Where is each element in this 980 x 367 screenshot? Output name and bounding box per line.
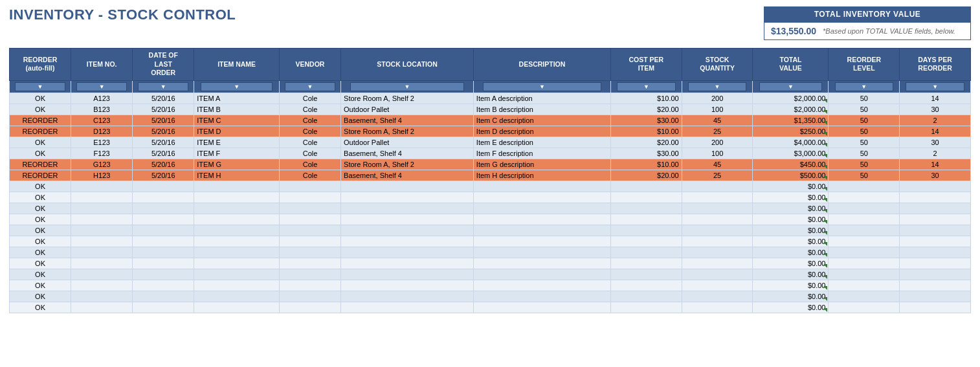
table-cell: Cole (279, 159, 340, 170)
table-cell-empty (829, 247, 900, 258)
table-cell-empty (682, 192, 753, 203)
table-cell-empty (279, 236, 340, 247)
filter-totalval[interactable]: ▼ (753, 80, 829, 93)
table-cell-empty (133, 225, 194, 236)
table-cell-empty (341, 247, 474, 258)
table-cell: REORDER (10, 159, 71, 170)
table-cell-empty (900, 225, 971, 236)
table-cell-empty (279, 203, 340, 214)
filter-cost[interactable]: ▼ (611, 80, 682, 93)
filter-description[interactable]: ▼ (473, 80, 610, 93)
table-cell: Store Room A, Shelf 2 (341, 93, 474, 104)
table-cell-empty: OK (10, 247, 71, 258)
table-cell-empty: OK (10, 192, 71, 203)
table-cell-empty: OK (10, 291, 71, 302)
filter-btn-date[interactable]: ▼ (138, 82, 188, 91)
table-cell-empty (71, 258, 133, 269)
filter-btn-description[interactable]: ▼ (483, 82, 601, 91)
table-cell: $30.00 (611, 148, 682, 159)
green-triangle-icon (823, 308, 827, 312)
table-cell-empty (611, 181, 682, 192)
table-cell-empty (473, 181, 610, 192)
table-cell-empty (279, 302, 340, 313)
table-cell-empty (71, 181, 133, 192)
green-triangle-icon (823, 275, 827, 279)
filter-reorder[interactable]: ▼ (10, 80, 71, 93)
table-cell-empty (71, 192, 133, 203)
table-cell-empty (473, 192, 610, 203)
table-cell-empty (133, 302, 194, 313)
green-triangle-icon (823, 220, 827, 224)
table-cell: 14 (900, 159, 971, 170)
table-cell-empty: $0.00 (753, 302, 829, 313)
table-cell-empty (279, 269, 340, 280)
filter-btn-reorder[interactable]: ▼ (15, 82, 65, 91)
table-cell-empty (900, 236, 971, 247)
filter-qty[interactable]: ▼ (682, 80, 753, 93)
table-cell: $20.00 (611, 137, 682, 148)
col-header-reorder: REORDER(auto-fill) (10, 49, 71, 81)
table-cell: $10.00 (611, 159, 682, 170)
page-container: INVENTORY - STOCK CONTROL TOTAL INVENTOR… (0, 0, 980, 320)
filter-btn-itemname[interactable]: ▼ (201, 82, 272, 91)
filter-itemno[interactable]: ▼ (71, 80, 133, 93)
filter-btn-qty[interactable]: ▼ (688, 82, 747, 91)
table-cell-empty (194, 291, 280, 302)
table-cell: 50 (829, 137, 900, 148)
table-cell: Outdoor Pallet (341, 104, 474, 115)
table-cell: $1,350.00 (753, 115, 829, 126)
filter-btn-location[interactable]: ▼ (350, 82, 464, 91)
table-cell-empty (279, 181, 340, 192)
filter-btn-reorderlvl[interactable]: ▼ (835, 82, 894, 91)
table-cell-empty (194, 302, 280, 313)
table-cell-empty (900, 247, 971, 258)
table-cell: $450.00 (753, 159, 829, 170)
filter-btn-totalval[interactable]: ▼ (759, 82, 822, 91)
table-cell: G123 (71, 159, 133, 170)
table-cell-empty: OK (10, 269, 71, 280)
table-cell-empty (900, 302, 971, 313)
table-cell-empty (194, 225, 280, 236)
table-cell: $10.00 (611, 126, 682, 137)
table-cell-empty: $0.00 (753, 203, 829, 214)
green-triangle-icon (823, 242, 827, 246)
table-cell: 50 (829, 93, 900, 104)
filter-daysper[interactable]: ▼ (900, 80, 971, 93)
table-row-empty: OK $0.00 (10, 302, 971, 313)
filter-reorderlvl[interactable]: ▼ (829, 80, 900, 93)
green-triangle-icon (823, 110, 827, 114)
table-cell-empty (71, 225, 133, 236)
table-cell: 2 (900, 115, 971, 126)
table-cell: 14 (900, 93, 971, 104)
filter-btn-itemno[interactable]: ▼ (76, 82, 126, 91)
table-cell: OK (10, 137, 71, 148)
filter-date[interactable]: ▼ (133, 80, 194, 93)
table-cell-empty: $0.00 (753, 280, 829, 291)
table-cell: 30 (900, 137, 971, 148)
filter-itemname[interactable]: ▼ (194, 80, 280, 93)
total-inventory-box: TOTAL INVENTORY VALUE $13,550.00 *Based … (764, 6, 971, 40)
table-cell-empty (611, 203, 682, 214)
table-cell: 100 (682, 104, 753, 115)
table-cell: 14 (900, 126, 971, 137)
table-cell-empty (194, 203, 280, 214)
table-cell-empty: OK (10, 258, 71, 269)
table-cell-empty (829, 181, 900, 192)
table-cell: $2,000.00 (753, 93, 829, 104)
table-cell-empty (71, 302, 133, 313)
table-cell-empty (279, 258, 340, 269)
table-cell-empty: $0.00 (753, 181, 829, 192)
table-cell: Item E description (473, 137, 610, 148)
table-cell-empty (682, 225, 753, 236)
table-cell-empty (900, 181, 971, 192)
filter-vendor[interactable]: ▼ (279, 80, 340, 93)
filter-btn-daysper[interactable]: ▼ (906, 82, 964, 91)
filter-btn-vendor[interactable]: ▼ (285, 82, 335, 91)
top-section: INVENTORY - STOCK CONTROL TOTAL INVENTOR… (9, 6, 971, 40)
filter-location[interactable]: ▼ (341, 80, 474, 93)
table-cell: ITEM H (194, 170, 280, 181)
table-cell: Cole (279, 104, 340, 115)
table-cell-empty (71, 247, 133, 258)
table-cell-empty (71, 291, 133, 302)
filter-btn-cost[interactable]: ▼ (617, 82, 676, 91)
